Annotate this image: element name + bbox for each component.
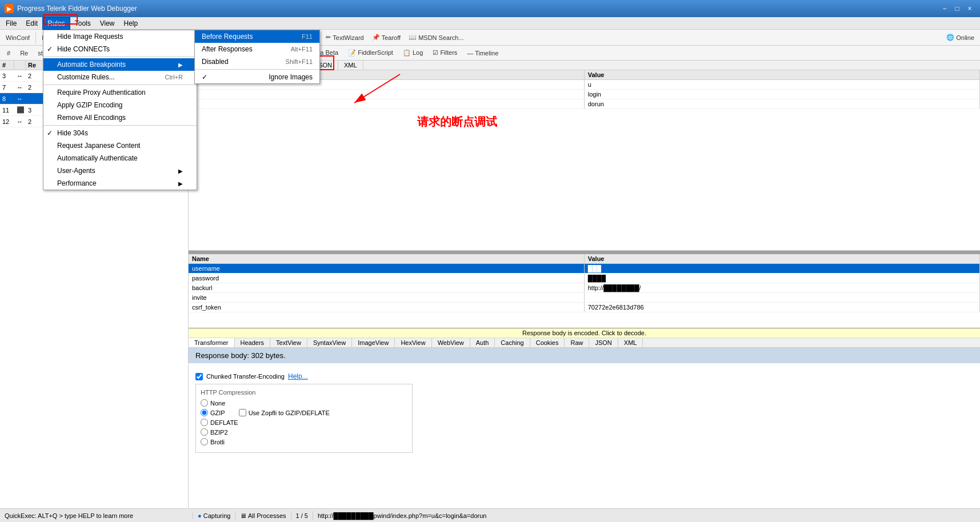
compression-none-row: None (201, 399, 407, 407)
menu-user-agents[interactable]: User-Agents ▶ (43, 164, 197, 177)
chunked-checkbox[interactable] (195, 373, 203, 380)
compression-deflate-row: DEFLATE (201, 419, 407, 426)
help-link[interactable]: Help... (288, 372, 308, 380)
compression-bzip2-radio[interactable] (201, 428, 208, 436)
menu-item-label: Request Japanese Content (57, 142, 140, 150)
close-button[interactable]: × (964, 3, 975, 14)
bp-disabled[interactable]: Disabled Shift+F11 (195, 55, 319, 68)
tearoff-label: Tearoff (382, 34, 401, 41)
cell-value: dorun (584, 99, 979, 109)
winconf-button[interactable]: WinConf (2, 33, 33, 42)
resp-tab-auth[interactable]: Auth (470, 338, 495, 347)
session-id: 11 (0, 106, 14, 114)
process-icon: 🖥 (240, 512, 246, 519)
minimize-button[interactable]: − (939, 3, 950, 14)
table-row[interactable]: login (189, 90, 980, 99)
menu-customize-rules[interactable]: Customize Rules... Ctrl+R (43, 71, 197, 83)
request-table-2: Name Value username ███ password ████ ba… (189, 254, 980, 312)
tab-hash[interactable]: # (2, 49, 15, 58)
menu-item-label: Hide Image Requests (57, 33, 123, 41)
resp-tab-caching[interactable]: Caching (495, 338, 530, 347)
compression-brotli-radio[interactable] (201, 438, 208, 445)
cell-value: u (584, 80, 979, 90)
maximize-button[interactable]: □ (951, 3, 963, 14)
tab-fiddlerscript[interactable]: 📝 FiddlerScript (343, 48, 398, 58)
menu-apply-gzip[interactable]: Apply GZIP Encoding (43, 99, 197, 111)
resp-tab-transformer[interactable]: Transformer (189, 338, 235, 347)
menu-edit[interactable]: Edit (21, 17, 42, 30)
compression-deflate-radio[interactable] (201, 419, 208, 426)
resp-tab-headers[interactable]: Headers (235, 338, 271, 347)
bp-before-requests[interactable]: Before Requests F11 (195, 30, 319, 43)
resp-tab-raw[interactable]: Raw (565, 338, 589, 347)
session-id: 7 (0, 83, 14, 91)
bp-ignore-images[interactable]: ✓ Ignore Images (195, 71, 319, 83)
menu-auto-authenticate[interactable]: Automatically Authenticate (43, 152, 197, 164)
table-row-username[interactable]: username ███ (189, 264, 980, 274)
menu-hide-image-requests[interactable]: Hide Image Requests (43, 30, 197, 43)
all-processes-label: All Processes (248, 512, 286, 519)
menu-tools[interactable]: Tools (70, 17, 95, 30)
menu-request-japanese[interactable]: Request Japanese Content (43, 139, 197, 152)
chunked-section: Chunked Transfer-Encoding Help... HTTP C… (189, 368, 980, 457)
compression-none-radio[interactable] (201, 399, 208, 407)
msdn-search-button[interactable]: 📖 MSDN Search... (405, 33, 467, 42)
tab-log[interactable]: 📋 Log (398, 48, 427, 58)
menu-file[interactable]: File (1, 17, 21, 30)
table-row-password[interactable]: password ████ (189, 274, 980, 283)
tab-re[interactable]: Re (15, 49, 33, 58)
bp-after-responses[interactable]: After Responses Alt+F11 (195, 43, 319, 55)
menu-view[interactable]: View (95, 17, 119, 30)
textwizard-button[interactable]: ✏ TextWizard (322, 33, 367, 42)
zopfli-label: Use Zopfli to GZIP/DEFLATE (249, 409, 330, 416)
tab-timeline[interactable]: — Timeline (462, 49, 503, 58)
menubar: File Edit Rules Tools View Help (0, 17, 980, 30)
tab-filters[interactable]: ☑ Filters (428, 48, 462, 58)
response-encoded-bar[interactable]: Response body is encoded. Click to decod… (189, 328, 980, 338)
table-row[interactable]: dorun (189, 99, 980, 109)
http-compression-box: HTTP Compression None GZIP Use Zopfli to… (195, 384, 413, 453)
compression-deflate-label: DEFLATE (210, 419, 238, 426)
cell-value: login (584, 90, 979, 99)
menu-help[interactable]: Help (119, 17, 143, 30)
tearoff-button[interactable]: 📌 Tearoff (369, 33, 404, 42)
table-row-backurl[interactable]: backurl http://████████/ (189, 283, 980, 293)
compression-gzip-radio[interactable] (201, 409, 208, 416)
menu-item-label: Hide 304s (57, 129, 88, 137)
response-tabs: Transformer Headers TextView SyntaxView … (189, 338, 980, 348)
resp-tab-syntaxview[interactable]: SyntaxView (307, 338, 352, 347)
bp-label: Before Requests (202, 33, 253, 41)
menu-hide-connects[interactable]: ✓ Hide CONNECTs (43, 43, 197, 55)
zopfli-checkbox[interactable] (239, 409, 246, 416)
cell-backurl: backurl (189, 283, 584, 293)
textwizard-label: TextWizard (333, 34, 363, 41)
table-row-invite[interactable]: invite (189, 293, 980, 303)
session-id: 8 (0, 95, 14, 103)
resp-tab-textview[interactable]: TextView (270, 338, 307, 347)
resp-tab-imageview[interactable]: ImageView (352, 338, 395, 347)
resp-tab-webview[interactable]: WebView (432, 338, 470, 347)
resp-tab-hexview[interactable]: HexView (395, 338, 431, 347)
online-button[interactable]: 🌐 Online (943, 33, 978, 42)
subtab-xml[interactable]: XML (338, 61, 363, 70)
breakpoints-submenu: Before Requests F11 After Responses Alt+… (194, 30, 320, 84)
resp-tab-xml[interactable]: XML (618, 338, 643, 347)
resp-tab-json[interactable]: JSON (589, 338, 618, 347)
quickexec-area: QuickExec: ALT+Q > type HELP to learn mo… (5, 512, 193, 519)
cell-name (189, 99, 584, 109)
resp-tab-cookies[interactable]: Cookies (530, 338, 565, 347)
menu-automatic-breakpoints[interactable]: Automatic Breakpoints ▶ (43, 58, 197, 71)
session-icon: ↔ (14, 83, 26, 91)
menu-performance[interactable]: Performance ▶ (43, 177, 197, 190)
submenu-arrow: ▶ (178, 180, 183, 187)
menu-item-label: Customize Rules... (57, 73, 115, 81)
menu-hide-304s[interactable]: ✓ Hide 304s (43, 127, 197, 139)
menu-require-proxy-auth[interactable]: Require Proxy Authentication (43, 86, 197, 99)
menu-remove-encodings[interactable]: Remove All Encodings (43, 111, 197, 124)
menu-rules[interactable]: Rules (42, 17, 70, 30)
app-icon: ▶ (5, 4, 14, 13)
table-row-csrf[interactable]: csrf_token 70272e2e6813d786 (189, 303, 980, 312)
online-icon: 🌐 (946, 34, 954, 41)
menu-item-label: Require Proxy Authentication (57, 89, 146, 97)
url-display: http://█████████pwind/index.php?m=u&c=lo… (318, 512, 487, 519)
